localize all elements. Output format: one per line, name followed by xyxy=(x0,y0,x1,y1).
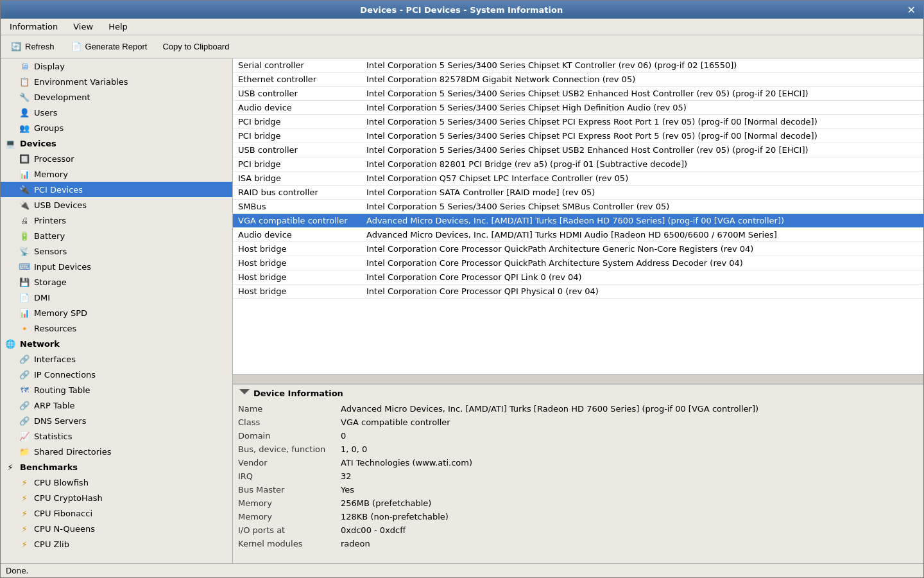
sidebar-item-zlib[interactable]: ⚡ CPU Zlib xyxy=(1,536,232,552)
sidebar-category-benchmarks[interactable]: ⚡ Benchmarks xyxy=(1,459,232,475)
sidebar-category-devices[interactable]: 💻 Devices xyxy=(1,136,232,151)
field-key: Vendor xyxy=(233,456,336,469)
benchmarks-icon: ⚡ xyxy=(4,461,16,473)
menu-information[interactable]: Information xyxy=(6,21,62,33)
sidebar-item-groups[interactable]: 👥 Groups xyxy=(1,120,232,136)
sidebar-item-spd[interactable]: 📊 Memory SPD xyxy=(1,305,232,320)
field-key: Bus, device, function xyxy=(233,442,336,456)
pci-type: Host bridge xyxy=(233,270,361,285)
sidebar-item-ip[interactable]: 🔗 IP Connections xyxy=(1,367,232,382)
sidebar-item-storage[interactable]: 💾 Storage xyxy=(1,274,232,290)
table-row[interactable]: Audio deviceAdvanced Micro Devices, Inc.… xyxy=(233,228,923,242)
table-row[interactable]: SMBusIntel Corporation 5 Series/3400 Ser… xyxy=(233,200,923,214)
ip-icon: 🔗 xyxy=(19,369,30,380)
sidebar-item-routing[interactable]: 🗺 Routing Table xyxy=(1,382,232,398)
pci-description: Intel Corporation 5 Series/3400 Series C… xyxy=(361,200,923,214)
table-row[interactable]: PCI bridgeIntel Corporation 82801 PCI Br… xyxy=(233,157,923,171)
sidebar-item-shared[interactable]: 📁 Shared Directories xyxy=(1,444,232,459)
field-key: Memory xyxy=(233,510,336,523)
sidebar-item-printers[interactable]: 🖨 Printers xyxy=(1,213,232,228)
table-row[interactable]: Host bridgeIntel Corporation Core Proces… xyxy=(233,270,923,285)
field-key: Bus Master xyxy=(233,483,336,496)
sidebar-item-interfaces[interactable]: 🔗 Interfaces xyxy=(1,351,232,367)
sidebar-item-stats[interactable]: 📈 Statistics xyxy=(1,428,232,444)
field-value: 128KB (non-prefetchable) xyxy=(336,510,923,523)
device-info-table: NameAdvanced Micro Devices, Inc. [AMD/AT… xyxy=(233,402,923,550)
sidebar-item-usb[interactable]: 🔌 USB Devices xyxy=(1,197,232,213)
table-row[interactable]: Host bridgeIntel Corporation Core Proces… xyxy=(233,256,923,270)
routing-icon: 🗺 xyxy=(19,384,30,396)
sidebar-item-resources[interactable]: 🔸 Resources xyxy=(1,320,232,336)
device-info-header: Device Information xyxy=(233,385,923,402)
main-content: 🖥 Display 📋 Environment Variables 🔧 Deve… xyxy=(1,58,923,563)
sidebar-item-input[interactable]: ⌨ Input Devices xyxy=(1,259,232,274)
table-row[interactable]: PCI bridgeIntel Corporation 5 Series/340… xyxy=(233,115,923,129)
table-row[interactable]: USB controllerIntel Corporation 5 Series… xyxy=(233,87,923,101)
sidebar-item-env[interactable]: 📋 Environment Variables xyxy=(1,74,232,89)
list-item: Memory256MB (prefetchable) xyxy=(233,496,923,510)
sidebar-item-display[interactable]: 🖥 Display xyxy=(1,58,232,74)
display-icon: 🖥 xyxy=(19,60,30,72)
table-row[interactable]: ISA bridgeIntel Corporation Q57 Chipset … xyxy=(233,171,923,186)
horizontal-scrollbar[interactable] xyxy=(233,374,923,383)
table-row[interactable]: Host bridgeIntel Corporation Core Proces… xyxy=(233,242,923,256)
field-value: 0xdc00 - 0xdcff xyxy=(336,523,923,537)
table-row[interactable]: VGA compatible controllerAdvanced Micro … xyxy=(233,214,923,228)
pci-table-scroll[interactable]: Serial controllerIntel Corporation 5 Ser… xyxy=(233,58,923,374)
pci-description: Advanced Micro Devices, Inc. [AMD/ATI] T… xyxy=(361,214,923,228)
network-icon: 🌐 xyxy=(4,338,16,349)
device-info-panel: Device Information NameAdvanced Micro De… xyxy=(233,383,923,563)
sidebar-item-dns[interactable]: 🔗 DNS Servers xyxy=(1,413,232,428)
sidebar-item-blowfish[interactable]: ⚡ CPU Blowfish xyxy=(1,475,232,490)
list-item: Kernel modulesradeon xyxy=(233,537,923,550)
table-row[interactable]: USB controllerIntel Corporation 5 Series… xyxy=(233,143,923,157)
sidebar-item-crypto[interactable]: ⚡ CPU CryptoHash xyxy=(1,490,232,505)
table-row[interactable]: RAID bus controllerIntel Corporation SAT… xyxy=(233,186,923,200)
sidebar-item-dmi[interactable]: 📄 DMI xyxy=(1,290,232,305)
sidebar-item-memory[interactable]: 📊 Memory xyxy=(1,166,232,182)
sidebar-category-network[interactable]: 🌐 Network xyxy=(1,336,232,351)
table-row[interactable]: Audio deviceIntel Corporation 5 Series/3… xyxy=(233,101,923,115)
list-item: NameAdvanced Micro Devices, Inc. [AMD/AT… xyxy=(233,402,923,416)
field-value: 1, 0, 0 xyxy=(336,442,923,456)
dev-icon: 🔧 xyxy=(19,91,30,103)
pci-description: Intel Corporation 5 Series/3400 Series C… xyxy=(361,101,923,115)
sidebar-item-fibonacci[interactable]: ⚡ CPU Fibonacci xyxy=(1,505,232,521)
sensors-icon: 📡 xyxy=(19,245,30,257)
refresh-button[interactable]: 🔄 Refresh xyxy=(6,39,58,55)
field-value: 0 xyxy=(336,429,923,442)
copy-clipboard-button[interactable]: Copy to Clipboard xyxy=(158,40,233,53)
pci-type: Host bridge xyxy=(233,242,361,256)
sidebar: 🖥 Display 📋 Environment Variables 🔧 Deve… xyxy=(1,58,233,563)
env-icon: 📋 xyxy=(19,76,30,87)
sidebar-item-nqueens[interactable]: ⚡ CPU N-Queens xyxy=(1,521,232,536)
table-row[interactable]: PCI bridgeIntel Corporation 5 Series/340… xyxy=(233,129,923,143)
pci-description: Intel Corporation 82578DM Gigabit Networ… xyxy=(361,73,923,87)
table-row[interactable]: Host bridgeIntel Corporation Core Proces… xyxy=(233,285,923,299)
pci-description: Intel Corporation 5 Series/3400 Series C… xyxy=(361,143,923,157)
collapse-button[interactable] xyxy=(239,389,250,398)
table-row[interactable]: Ethernet controllerIntel Corporation 825… xyxy=(233,73,923,87)
interfaces-icon: 🔗 xyxy=(19,353,30,365)
field-key: IRQ xyxy=(233,469,336,483)
menu-view[interactable]: View xyxy=(69,21,97,33)
field-value: 32 xyxy=(336,469,923,483)
generate-report-button[interactable]: 📄 Generate Report xyxy=(66,39,151,55)
sidebar-item-development[interactable]: 🔧 Development xyxy=(1,89,232,105)
sidebar-item-users[interactable]: 👤 Users xyxy=(1,105,232,120)
sidebar-item-processor[interactable]: 🔲 Processor xyxy=(1,151,232,166)
devices-icon: 💻 xyxy=(4,137,16,149)
sidebar-item-arp[interactable]: 🔗 ARP Table xyxy=(1,398,232,413)
pci-type: Serial controller xyxy=(233,58,361,73)
sidebar-item-pci[interactable]: 🔌 PCI Devices xyxy=(1,182,232,197)
sidebar-item-sensors[interactable]: 📡 Sensors xyxy=(1,243,232,259)
usb-icon: 🔌 xyxy=(19,199,30,211)
list-item: Bus, device, function1, 0, 0 xyxy=(233,442,923,456)
sidebar-item-battery[interactable]: 🔋 Battery xyxy=(1,228,232,243)
field-value: VGA compatible controller xyxy=(336,416,923,429)
pci-type: SMBus xyxy=(233,200,361,214)
close-button[interactable]: ✕ xyxy=(905,4,918,16)
menu-help[interactable]: Help xyxy=(105,21,132,33)
pci-table: Serial controllerIntel Corporation 5 Ser… xyxy=(233,58,923,299)
table-row[interactable]: Serial controllerIntel Corporation 5 Ser… xyxy=(233,58,923,73)
